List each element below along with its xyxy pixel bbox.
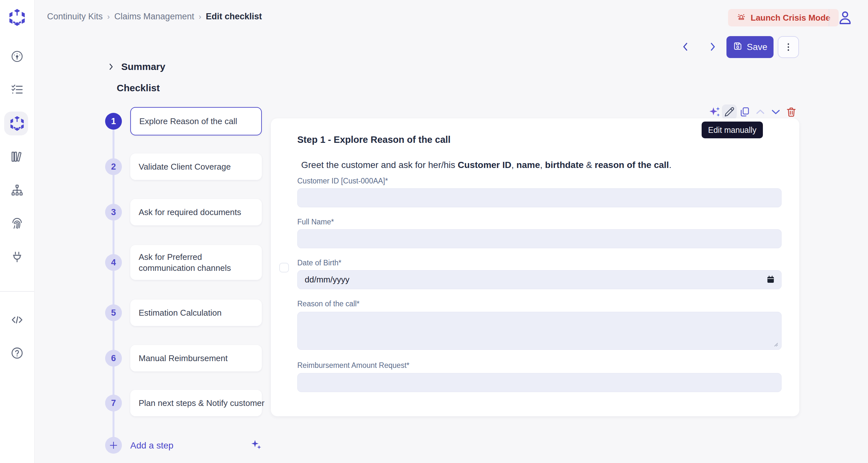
chevron-left-icon <box>680 41 691 53</box>
step-number-badge[interactable]: 6 <box>105 350 122 367</box>
duplicate-step-button[interactable] <box>737 104 752 119</box>
step-label: Explore Reason of the call <box>139 116 237 127</box>
field-checkbox[interactable] <box>279 263 289 273</box>
topbar-divider <box>829 9 829 26</box>
date-of-birth-field[interactable] <box>297 270 782 289</box>
app-logo-icon[interactable] <box>7 8 27 28</box>
step-card-4[interactable]: Ask for Preferred communication channels <box>130 245 262 280</box>
step-number-badge[interactable]: 4 <box>105 254 122 271</box>
breadcrumb-separator-icon: › <box>107 12 110 21</box>
step-card-1[interactable]: Explore Reason of the call <box>130 107 262 135</box>
desc-text: , <box>512 160 517 170</box>
save-button-label: Save <box>747 42 767 52</box>
tooltip: Edit manually <box>702 122 763 138</box>
sidebar-item-continuity-kits[interactable] <box>9 115 26 133</box>
step-number-badge[interactable]: 2 <box>105 158 122 175</box>
trash-icon <box>785 106 797 118</box>
delete-step-button[interactable] <box>784 104 799 119</box>
next-step-button[interactable] <box>706 41 719 54</box>
full-name-label: Full Name* <box>297 218 334 226</box>
chevron-right-icon <box>707 41 718 53</box>
step-label: Manual Reimbursement <box>138 353 228 364</box>
step-number-badge[interactable]: 5 <box>105 304 122 321</box>
step-card-5[interactable]: Estimation Calculation <box>130 300 262 326</box>
desc-bold: name <box>517 160 540 170</box>
user-avatar-icon[interactable] <box>836 9 854 26</box>
step-card-6[interactable]: Manual Reimbursement <box>130 345 262 371</box>
customer-id-label: Customer ID [Cust-000AA]* <box>297 177 388 185</box>
reason-of-call-field[interactable] <box>297 312 782 350</box>
desc-text: . <box>669 160 672 170</box>
fingerprint-icon <box>10 217 24 230</box>
breadcrumb-item[interactable]: Continuity Kits <box>47 11 103 22</box>
add-step-label[interactable]: Add a step <box>130 440 174 451</box>
customer-id-field[interactable] <box>297 188 782 207</box>
step-label: Plan next steps & Notify customer <box>138 398 265 408</box>
sidebar-item-help[interactable] <box>10 346 24 361</box>
sidebar-item-dashboard[interactable] <box>10 50 24 64</box>
breadcrumb-current: Edit checklist <box>206 11 262 22</box>
tooltip-label: Edit manually <box>708 125 756 135</box>
move-step-up-button[interactable] <box>753 104 768 119</box>
save-button[interactable]: Save <box>726 36 774 58</box>
siren-icon <box>737 12 746 24</box>
save-floppy-icon <box>733 41 743 54</box>
reason-of-call-label: Reason of the call* <box>297 300 360 308</box>
add-step-button[interactable] <box>105 437 122 454</box>
checklist-title: Checklist <box>117 83 160 93</box>
step-label: Validate Client Coverage <box>138 161 231 172</box>
breadcrumb-separator-icon: › <box>198 12 201 21</box>
step-label: Ask for Preferred communication channels <box>138 251 256 273</box>
kebab-menu-icon <box>783 41 794 53</box>
step-card-3[interactable]: Ask for required documents <box>130 199 262 225</box>
step-panel-title: Step 1 - Explore Reason of the call <box>297 134 451 145</box>
breadcrumb-item[interactable]: Claims Management <box>115 11 194 22</box>
books-icon <box>10 150 24 163</box>
step-card-2[interactable]: Validate Client Coverage <box>130 153 262 180</box>
chevron-down-icon <box>770 106 782 118</box>
step-label: Ask for required documents <box>138 207 241 218</box>
summary-label: Summary <box>121 61 165 72</box>
step-number-badge[interactable]: 1 <box>105 113 122 130</box>
summary-toggle[interactable]: Summary <box>106 61 165 72</box>
reimbursement-amount-label: Reimbursement Amount Request* <box>297 361 409 370</box>
desc-bold: birthdate <box>545 160 584 170</box>
sidebar-item-checklists[interactable] <box>10 83 24 98</box>
plus-icon <box>108 440 118 450</box>
ai-sparkle-icon[interactable] <box>250 438 262 452</box>
step-number-badge[interactable]: 3 <box>105 204 122 220</box>
gauge-icon <box>10 50 24 63</box>
sidebar-item-integrations[interactable] <box>10 250 24 265</box>
edit-manually-button[interactable] <box>722 104 737 119</box>
more-options-button[interactable] <box>778 36 799 58</box>
ai-edit-button[interactable] <box>707 104 722 119</box>
desc-text: & <box>584 160 595 170</box>
crisis-button-label: Launch Crisis Mode <box>751 13 830 23</box>
checklist-icon <box>10 83 24 96</box>
step-card-7[interactable]: Plan next steps & Notify customer <box>130 390 262 416</box>
chevron-up-icon <box>754 106 766 118</box>
plug-icon <box>10 250 24 264</box>
date-of-birth-field-wrap <box>297 270 782 289</box>
sitemap-icon <box>10 183 24 197</box>
sidebar-item-library[interactable] <box>10 150 24 165</box>
full-name-field[interactable] <box>297 229 782 248</box>
pencil-icon <box>723 106 735 118</box>
reimbursement-amount-field[interactable] <box>297 373 782 392</box>
desc-bold: Customer ID <box>458 160 512 170</box>
step-number-badge[interactable]: 7 <box>105 395 122 411</box>
prev-step-button[interactable] <box>679 41 692 54</box>
breadcrumb: Continuity Kits › Claims Management › Ed… <box>47 11 262 22</box>
move-step-down-button[interactable] <box>768 104 783 119</box>
kit-logo-icon <box>9 115 26 132</box>
sidebar-item-developer[interactable] <box>10 313 24 328</box>
desc-bold: reason of the call <box>595 160 669 170</box>
step-label: Estimation Calculation <box>138 307 221 318</box>
desc-text: , <box>540 160 545 170</box>
help-icon <box>10 346 24 360</box>
sidebar-item-identity[interactable] <box>10 217 24 232</box>
sidebar-item-org[interactable] <box>10 183 24 198</box>
date-of-birth-label: Date of Birth* <box>297 258 341 267</box>
code-icon <box>10 313 24 327</box>
launch-crisis-mode-button[interactable]: Launch Crisis Mode <box>728 9 839 26</box>
